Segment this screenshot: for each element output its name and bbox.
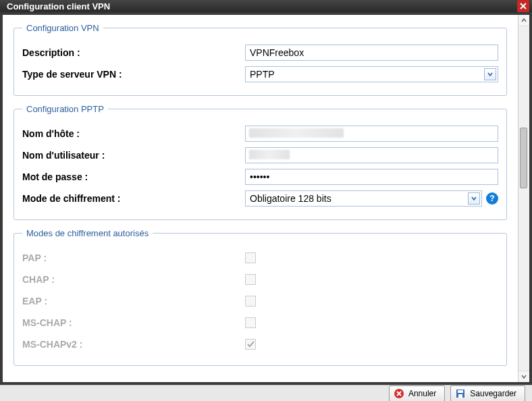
enc-mode-value: Obligatoire 128 bits bbox=[250, 193, 331, 204]
password-label: Mot de passe : bbox=[22, 171, 245, 182]
scroll-up-arrow[interactable] bbox=[518, 15, 529, 26]
eap-checkbox bbox=[245, 296, 256, 306]
enc-mode-select[interactable]: Obligatoire 128 bits bbox=[245, 190, 482, 207]
scroll-thumb[interactable] bbox=[520, 128, 527, 188]
pap-checkbox bbox=[245, 252, 256, 263]
dialog-footer: Annuler Sauvegarder bbox=[0, 385, 532, 401]
mschap-checkbox bbox=[245, 317, 256, 328]
dialog-content: Configuration VPN Description : Type de … bbox=[3, 15, 518, 382]
server-type-value: PPTP bbox=[250, 69, 275, 80]
description-label: Description : bbox=[22, 47, 245, 58]
group-vpn-config: Configuration VPN Description : Type de … bbox=[14, 23, 507, 96]
group-enc-modes: Modes de chiffrement autorisés PAP : CHA… bbox=[14, 228, 507, 366]
save-label: Sauvegarder bbox=[470, 389, 516, 398]
save-button[interactable]: Sauvegarder bbox=[450, 385, 525, 401]
mschapv2-label: MS-CHAPv2 : bbox=[22, 339, 245, 350]
vpn-config-window: Configuration client VPN Configuration V… bbox=[0, 0, 532, 401]
group-vpn-legend: Configuration VPN bbox=[22, 23, 103, 33]
close-button[interactable] bbox=[517, 0, 529, 12]
scroll-track[interactable] bbox=[518, 26, 529, 371]
chap-checkbox bbox=[245, 274, 256, 285]
chap-label: CHAP : bbox=[22, 274, 245, 285]
group-enc-modes-legend: Modes de chiffrement autorisés bbox=[22, 228, 153, 238]
titlebar[interactable]: Configuration client VPN bbox=[0, 0, 532, 12]
vertical-scrollbar[interactable] bbox=[518, 15, 529, 382]
server-type-label: Type de serveur VPN : bbox=[22, 69, 245, 80]
user-label: Nom d'utilisateur : bbox=[22, 150, 245, 161]
description-input[interactable] bbox=[245, 45, 498, 61]
save-icon bbox=[455, 388, 466, 399]
help-icon[interactable]: ? bbox=[486, 192, 498, 205]
cancel-label: Annuler bbox=[408, 389, 436, 398]
chevron-down-icon bbox=[468, 192, 480, 205]
cancel-button[interactable]: Annuler bbox=[389, 385, 445, 401]
scroll-down-arrow[interactable] bbox=[518, 371, 529, 382]
eap-label: EAP : bbox=[22, 296, 245, 306]
server-type-select[interactable]: PPTP bbox=[245, 66, 498, 82]
group-pptp-config: Configuration PPTP Nom d'hôte : Nom d'ut… bbox=[14, 104, 507, 220]
chevron-down-icon bbox=[484, 68, 496, 80]
host-label: Nom d'hôte : bbox=[22, 128, 245, 139]
password-input[interactable] bbox=[245, 169, 498, 185]
mschapv2-checkbox bbox=[245, 339, 256, 350]
pap-label: PAP : bbox=[22, 252, 245, 263]
mschap-label: MS-CHAP : bbox=[22, 317, 245, 328]
window-title: Configuration client VPN bbox=[7, 1, 110, 11]
cancel-icon bbox=[394, 388, 404, 399]
group-pptp-legend: Configuration PPTP bbox=[22, 104, 108, 114]
svg-rect-3 bbox=[458, 394, 462, 398]
svg-rect-2 bbox=[458, 390, 463, 393]
enc-mode-label: Mode de chiffrement : bbox=[22, 193, 245, 204]
close-icon bbox=[520, 1, 527, 11]
